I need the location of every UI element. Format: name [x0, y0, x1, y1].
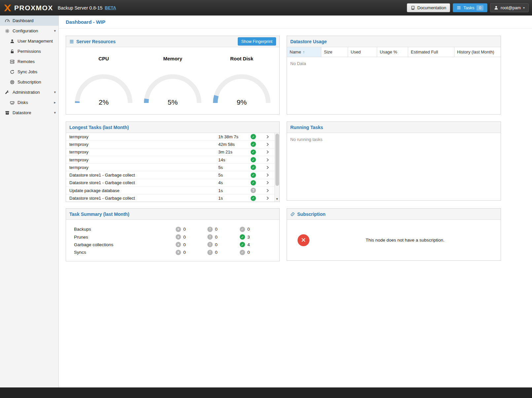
- sort-asc-icon: ↑: [303, 50, 305, 54]
- chevron-right-icon[interactable]: [261, 189, 274, 192]
- ok-status-icon: ✓: [251, 142, 256, 147]
- scrollbar-thumb[interactable]: [275, 134, 279, 186]
- column-header-size[interactable]: Size: [321, 47, 348, 57]
- column-label: Usage %: [380, 50, 397, 54]
- tasks-label: Tasks: [463, 5, 474, 10]
- task-name: Datastore store1 - Garbage collect: [69, 196, 218, 201]
- chevron-right-icon[interactable]: [261, 158, 274, 162]
- sidebar-item-dashboard[interactable]: Dashboard: [0, 16, 58, 26]
- task-name: Update package database: [69, 188, 218, 193]
- sidebar-item-sync-jobs[interactable]: Sync Jobs: [0, 67, 58, 77]
- sidebar-item-administration[interactable]: Administration▾: [0, 87, 58, 97]
- column-label: History (last Month): [457, 50, 494, 54]
- task-name: termproxy: [69, 149, 218, 154]
- sidebar-item-label: Disks: [18, 100, 28, 105]
- proxmox-logo[interactable]: PROXMOX: [3, 4, 53, 12]
- ok-icon: ✓: [240, 250, 245, 255]
- subscription-header: Subscription: [287, 209, 501, 220]
- summary-count: 0: [247, 227, 250, 232]
- ok-icon: ✓: [240, 234, 245, 240]
- sidebar-item-disks[interactable]: Disks▸: [0, 97, 58, 108]
- chevron-right-icon[interactable]: [261, 150, 274, 154]
- page-title: Dashboard - WIP: [66, 19, 105, 25]
- column-header-name[interactable]: Name↑: [287, 47, 321, 57]
- datastore-usage-columns: Name↑SizeUsedUsage %Estimated FullHistor…: [287, 47, 501, 57]
- chevron-right-icon[interactable]: [261, 181, 274, 184]
- caret-down-icon[interactable]: ▾: [54, 111, 56, 115]
- column-header-estimated-full[interactable]: Estimated Full: [408, 47, 454, 57]
- summary-count: 0: [215, 227, 218, 232]
- sidebar-item-user-management[interactable]: User Management: [0, 36, 58, 46]
- task-row[interactable]: Update package database1s?: [66, 187, 274, 194]
- subscription-body: ✕ This node does not have a subscription…: [287, 220, 501, 260]
- wrench-icon: [4, 90, 10, 95]
- beta-link[interactable]: BETA: [105, 5, 116, 10]
- sidebar-item-permissions[interactable]: Permissions: [0, 46, 58, 56]
- summary-row: Garbage collections×0!0✓4: [74, 241, 279, 249]
- column-header-usage[interactable]: Usage %: [377, 47, 408, 57]
- task-name: Datastore store1 - Garbage collect: [69, 180, 218, 185]
- task-name: termproxy: [69, 134, 218, 139]
- summary-count: 0: [183, 227, 186, 232]
- gauge-label: Memory: [141, 56, 204, 61]
- chevron-right-icon[interactable]: [261, 196, 274, 200]
- summary-count: 3: [247, 235, 250, 240]
- user-menu-button[interactable]: root@pam ▾: [490, 3, 529, 12]
- caret-down-icon[interactable]: ▾: [54, 90, 56, 94]
- task-name: termproxy: [69, 142, 218, 147]
- gauge-root-disk: Root Disk9%: [210, 56, 273, 107]
- summary-row: Syncs×0!0✓0: [74, 249, 279, 256]
- caret-right-icon[interactable]: ▸: [54, 100, 56, 105]
- gauge-label: Root Disk: [210, 56, 273, 61]
- task-row[interactable]: Datastore store1 - Garbage collect1s✓: [66, 194, 274, 202]
- tasks-button[interactable]: Tasks 0: [453, 3, 487, 12]
- task-row[interactable]: Datastore store1 - Garbage collect4s✓: [66, 179, 274, 187]
- scroll-down-icon[interactable]: ▼: [275, 197, 279, 201]
- summary-cell: ×0: [176, 242, 207, 247]
- sidebar-item-datastore[interactable]: Datastore▾: [0, 108, 58, 118]
- chevron-right-icon[interactable]: [261, 173, 274, 177]
- disk-icon: [9, 100, 15, 105]
- gauge-value: 2%: [72, 98, 135, 106]
- warning-icon: !: [207, 234, 213, 240]
- task-row[interactable]: termproxy3m 21s✓: [66, 149, 274, 156]
- task-row[interactable]: Datastore store1 - Garbage collect5s✓: [66, 171, 274, 179]
- summary-label: Garbage collections: [74, 242, 176, 247]
- task-duration: 4s: [218, 180, 251, 185]
- show-fingerprint-button[interactable]: Show Fingerprint: [238, 37, 276, 46]
- caret-down-icon: ▾: [523, 6, 525, 10]
- longest-tasks-list: termproxy1h 38m 7s✓termproxy42m 58s✓term…: [66, 133, 279, 202]
- task-row[interactable]: termproxy14s✓: [66, 156, 274, 164]
- gauge-value: 9%: [210, 98, 273, 106]
- running-tasks-panel: Running Tasks No running tasks: [287, 121, 501, 201]
- datastore-usage-title: Datastore Usage: [290, 39, 327, 44]
- chevron-right-icon[interactable]: [261, 143, 274, 146]
- longest-tasks-rows: termproxy1h 38m 7s✓termproxy42m 58s✓term…: [66, 133, 274, 202]
- task-row[interactable]: termproxy1h 38m 7s✓: [66, 133, 274, 141]
- support-icon: [9, 80, 15, 84]
- task-summary-panel: Task Summary (last Month) Backups×0!0✓0P…: [66, 208, 280, 261]
- summary-count: 0: [183, 250, 186, 255]
- server-icon: [9, 59, 15, 64]
- sidebar-item-remotes[interactable]: Remotes: [0, 56, 58, 67]
- column-header-used[interactable]: Used: [348, 47, 377, 57]
- summary-cell: ✓0: [240, 250, 279, 255]
- sidebar-item-configuration[interactable]: Configuration▾: [0, 26, 58, 36]
- ok-status-icon: ✓: [251, 157, 256, 162]
- column-header-history-last-month[interactable]: History (last Month): [454, 47, 501, 57]
- scrollbar[interactable]: ▼: [274, 133, 279, 202]
- chevron-right-icon[interactable]: [261, 166, 274, 169]
- server-resources-body: CPU2%Memory5%Root Disk9%: [66, 47, 279, 114]
- summary-cell: ✓3: [240, 234, 279, 240]
- tachometer-icon: [4, 18, 10, 23]
- documentation-button[interactable]: Documentation: [407, 3, 450, 12]
- task-row[interactable]: termproxy5s✓: [66, 164, 274, 171]
- summary-count: 0: [247, 250, 250, 255]
- ok-status-icon: ✓: [251, 165, 256, 170]
- task-row[interactable]: termproxy42m 58s✓: [66, 141, 274, 148]
- user-icon: [9, 39, 15, 44]
- caret-down-icon[interactable]: ▾: [54, 29, 56, 33]
- chevron-right-icon[interactable]: [261, 135, 274, 139]
- sidebar-item-subscription[interactable]: Subscription: [0, 77, 58, 87]
- task-duration: 1s: [218, 188, 251, 193]
